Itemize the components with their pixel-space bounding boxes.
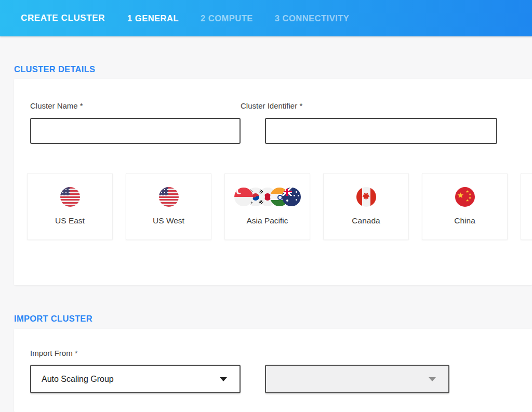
import-cluster-heading: IMPORT CLUSTER — [14, 285, 532, 323]
create-cluster-page: CREATE CLUSTER 1 GENERAL 2 COMPUTE 3 CON… — [0, 0, 532, 412]
australia-flag-icon — [282, 188, 301, 206]
import-from-label: Import From * — [30, 349, 532, 357]
region-card-us-west[interactable]: US West — [126, 173, 211, 240]
import-selects-row: Auto Scaling Group — [30, 365, 532, 393]
canada-flag-icon — [356, 187, 376, 207]
cluster-identifier-field: Cluster Identifier * — [241, 101, 497, 144]
cluster-name-field: Cluster Name * — [30, 101, 241, 144]
us-flag-icon — [60, 187, 80, 207]
tab-general[interactable]: 1 GENERAL — [127, 14, 179, 23]
tab-compute[interactable]: 2 COMPUTE — [201, 14, 253, 23]
chevron-down-icon — [429, 377, 436, 381]
region-card-canada[interactable]: Canada — [323, 173, 409, 240]
import-from-selected-value: Auto Scaling Group — [42, 375, 114, 384]
asia-pacific-flags-icon — [234, 187, 301, 207]
import-source-select[interactable] — [265, 365, 449, 393]
cluster-details-heading: CLUSTER DETAILS — [14, 36, 532, 74]
singapore-flag-icon — [234, 188, 253, 206]
import-cluster-card: Import From * Auto Scaling Group — [14, 329, 532, 412]
us-flag-icon — [159, 187, 179, 207]
china-flag-icon: ★★★★★ — [455, 187, 475, 207]
region-card-china[interactable]: ★★★★★ China — [422, 173, 508, 240]
wizard-header: CREATE CLUSTER 1 GENERAL 2 COMPUTE 3 CON… — [0, 0, 532, 36]
chevron-down-icon — [220, 377, 227, 381]
import-from-select[interactable]: Auto Scaling Group — [30, 365, 241, 393]
tab-connectivity[interactable]: 3 CONNECTIVITY — [275, 14, 350, 23]
page-title: CREATE CLUSTER — [21, 13, 105, 23]
region-list: US East US West Asia Pacific Canada ★★★★… — [27, 173, 532, 240]
cluster-identifier-input[interactable] — [265, 118, 497, 144]
cluster-fields-row: Cluster Name * Cluster Identifier * — [30, 101, 532, 144]
region-card-us-east[interactable]: US East — [27, 173, 113, 240]
wizard-steps: 1 GENERAL 2 COMPUTE 3 CONNECTIVITY — [127, 14, 371, 23]
cluster-name-input[interactable] — [30, 118, 241, 144]
cluster-identifier-label: Cluster Identifier * — [241, 101, 497, 111]
cluster-name-label: Cluster Name * — [30, 101, 241, 111]
region-card-partial[interactable] — [521, 173, 532, 240]
cluster-details-card: Cluster Name * Cluster Identifier * US E… — [14, 79, 532, 285]
region-card-asia-pacific[interactable]: Asia Pacific — [224, 173, 310, 240]
